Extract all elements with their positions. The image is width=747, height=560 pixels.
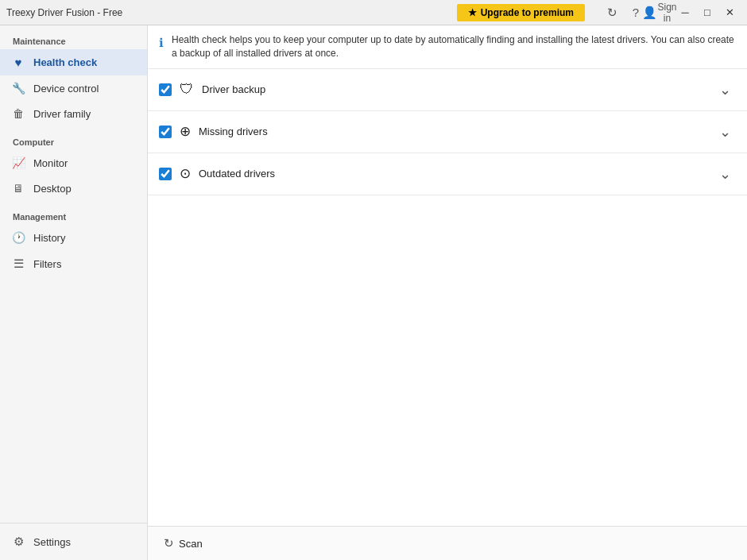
sidebar-item-monitor[interactable]: 📈 Monitor	[0, 150, 147, 176]
check-item-missing-drivers: ⊕ Missing drivers ⌄	[148, 111, 747, 153]
outdated-drivers-expand-button[interactable]: ⌄	[714, 163, 736, 185]
outdated-drivers-label: Outdated drivers	[199, 168, 706, 180]
sign-in-button[interactable]: 👤 Sign in	[652, 5, 668, 21]
driver-backup-checkbox[interactable]	[159, 83, 172, 96]
title-bar-center: ★ Upgrade to premium ↻ ? 👤 Sign in	[457, 4, 668, 21]
sidebar-item-desktop[interactable]: 🖥 Desktop	[0, 176, 147, 201]
settings-icon: ⚙	[11, 535, 25, 549]
sidebar-item-label: Filters	[33, 258, 61, 270]
outdated-drivers-checkbox[interactable]	[159, 168, 172, 180]
window-controls: ─ □ ✕	[674, 2, 741, 24]
upgrade-button[interactable]: ★ Upgrade to premium	[457, 4, 585, 21]
star-icon: ★	[468, 7, 477, 18]
sidebar-item-label: Health check	[33, 56, 97, 68]
missing-drivers-checkbox[interactable]	[159, 126, 172, 138]
sidebar-item-label: Settings	[33, 536, 71, 548]
outdated-drivers-icon: ⊙	[180, 165, 191, 182]
desktop-icon: 🖥	[11, 182, 25, 195]
maintenance-section-label: Maintenance	[0, 25, 147, 49]
sidebar-item-settings[interactable]: ⚙ Settings	[0, 528, 147, 555]
maximize-button[interactable]: □	[696, 2, 718, 24]
close-button[interactable]: ✕	[718, 2, 741, 24]
sidebar-item-health-check[interactable]: ♥ Health check	[0, 49, 147, 75]
scan-label: Scan	[179, 538, 203, 550]
sidebar-item-history[interactable]: 🕐 History	[0, 225, 147, 250]
shield-icon: 🛡	[180, 81, 194, 98]
filters-icon: ☰	[11, 257, 25, 271]
missing-drivers-expand-button[interactable]: ⌄	[714, 121, 736, 143]
check-item-driver-backup: 🛡 Driver backup ⌄	[148, 69, 747, 111]
heart-icon: ♥	[11, 56, 25, 69]
content-area: ℹ Health check helps you to keep your co…	[148, 25, 747, 560]
check-item-outdated-drivers: ⊙ Outdated drivers ⌄	[148, 153, 747, 195]
user-icon: 👤	[642, 6, 657, 20]
scan-button[interactable]: ↻ Scan	[159, 533, 207, 554]
content-footer: ↻ Scan	[148, 526, 747, 560]
info-banner-text: Health check helps you to keep your comp…	[172, 33, 736, 60]
scan-refresh-icon: ↻	[164, 536, 174, 550]
sidebar-item-label: Device control	[33, 83, 99, 95]
refresh-icon-button[interactable]: ↻	[604, 5, 620, 21]
title-bar-actions: ↻ ? 👤 Sign in	[604, 5, 668, 21]
sidebar-item-label: Monitor	[33, 157, 68, 169]
wrench-icon: 🔧	[11, 82, 25, 95]
sidebar-bottom: ⚙ Settings	[0, 523, 147, 560]
sidebar: Maintenance ♥ Health check 🔧 Device cont…	[0, 25, 148, 560]
driver-backup-label: Driver backup	[202, 83, 706, 95]
minimize-button[interactable]: ─	[674, 2, 696, 24]
missing-drivers-label: Missing drivers	[199, 126, 706, 137]
history-icon: 🕐	[11, 231, 25, 244]
info-icon: ℹ	[159, 34, 164, 51]
sidebar-item-label: History	[33, 232, 65, 244]
app-body: Maintenance ♥ Health check 🔧 Device cont…	[0, 25, 747, 560]
sidebar-item-device-control[interactable]: 🔧 Device control	[0, 75, 147, 101]
trash-icon: 🗑	[11, 107, 25, 120]
help-icon-button[interactable]: ?	[628, 5, 644, 21]
monitor-icon: 📈	[11, 156, 25, 169]
sidebar-item-filters[interactable]: ☰ Filters	[0, 250, 147, 277]
computer-section-label: Computer	[0, 126, 147, 150]
sidebar-item-label: Driver family	[33, 108, 91, 120]
check-list: 🛡 Driver backup ⌄ ⊕ Missing drivers ⌄ ⊙ …	[148, 69, 747, 526]
missing-drivers-icon: ⊕	[180, 123, 191, 140]
sidebar-item-label: Desktop	[33, 183, 72, 195]
app-title: Treexy Driver Fusion - Free	[6, 7, 457, 18]
sidebar-item-driver-family[interactable]: 🗑 Driver family	[0, 101, 147, 126]
driver-backup-expand-button[interactable]: ⌄	[714, 79, 736, 101]
management-section-label: Management	[0, 201, 147, 225]
title-bar: Treexy Driver Fusion - Free ★ Upgrade to…	[0, 0, 747, 25]
info-banner: ℹ Health check helps you to keep your co…	[148, 25, 747, 69]
